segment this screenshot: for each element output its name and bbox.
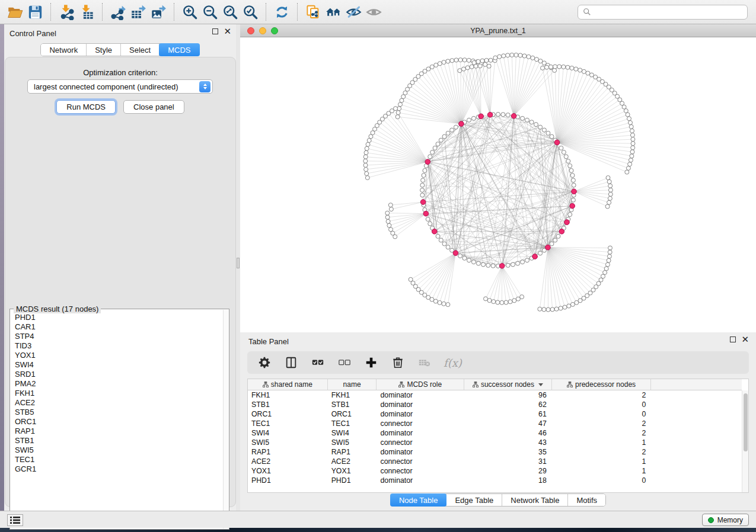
mcds-hub-node[interactable] [459,121,464,127]
column-header-predecessor-nodes[interactable]: predecessor nodes [552,379,652,390]
export-network-icon[interactable] [108,2,128,22]
table-row[interactable]: YOX1YOX1connector291 [248,466,742,476]
network-node[interactable] [570,174,575,178]
mcds-hub-node[interactable] [532,254,538,259]
network-node[interactable] [461,67,465,71]
run-mcds-button[interactable]: Run MCDS [56,100,116,114]
network-node[interactable] [535,57,539,62]
network-node[interactable] [471,116,476,120]
network-node[interactable] [467,118,471,122]
network-node[interactable] [446,303,450,307]
delete-table-icon[interactable] [417,355,432,370]
show-hidden-icon[interactable] [363,2,384,22]
network-node[interactable] [395,115,400,119]
network-node[interactable] [450,59,454,63]
network-node[interactable] [385,211,390,215]
network-node[interactable] [436,234,440,238]
function-builder-icon[interactable]: f(x) [444,357,462,369]
network-node[interactable] [582,69,586,73]
network-node[interactable] [608,250,612,254]
tab-network-table[interactable]: Network Table [502,494,568,506]
network-node[interactable] [608,196,612,200]
network-node[interactable] [367,139,371,143]
network-node[interactable] [606,176,610,180]
network-node[interactable] [629,124,633,129]
table-scrollbar-thumb[interactable] [744,393,748,451]
network-node[interactable] [538,307,542,311]
network-node[interactable] [556,234,560,238]
network-node[interactable] [439,238,443,242]
network-node[interactable] [450,128,454,132]
mcds-hub-node[interactable] [479,114,484,119]
network-node[interactable] [365,176,369,180]
network-node[interactable] [366,142,370,146]
table-row[interactable]: ACE2ACE2connector311 [248,457,742,466]
deselect-all-checkboxes-icon[interactable] [337,355,352,370]
network-node[interactable] [385,215,390,219]
network-node[interactable] [575,300,579,305]
open-session-icon[interactable] [5,2,25,22]
mcds-list-scrollbar[interactable] [223,310,228,528]
mcds-hub-node[interactable] [423,211,429,216]
network-node[interactable] [553,238,557,242]
network-node[interactable] [438,300,442,305]
network-node[interactable] [608,246,613,250]
network-node[interactable] [446,245,450,249]
hide-selected-icon[interactable] [343,2,363,22]
network-node[interactable] [458,58,462,62]
network-node[interactable] [608,184,613,188]
network-node[interactable] [624,109,628,113]
network-node[interactable] [363,155,368,159]
column-header-mcds-role[interactable]: MCDS role [377,379,464,390]
network-node[interactable] [531,56,535,60]
table-row[interactable]: TEC1TEC1connector472 [248,419,742,428]
network-node[interactable] [428,222,432,226]
network-node[interactable] [625,170,629,174]
network-node[interactable] [364,150,368,155]
network-node[interactable] [421,178,425,182]
network-node[interactable] [409,277,413,281]
network-node[interactable] [570,302,575,306]
network-node[interactable] [562,150,566,155]
network-node[interactable] [363,159,368,163]
network-node[interactable] [423,168,427,172]
mcds-hub-node[interactable] [572,189,577,194]
table-row[interactable]: SWI5SWI5connector431 [248,438,742,447]
network-node[interactable] [521,260,525,264]
network-node[interactable] [514,53,518,57]
network-node[interactable] [471,260,476,264]
mcds-result-item[interactable]: SRD1 [15,370,223,379]
column-header-name[interactable]: name [328,379,377,390]
network-node[interactable] [454,58,458,62]
search-input[interactable] [595,8,742,16]
network-node[interactable] [564,155,568,159]
mcds-result-item[interactable]: TID3 [15,341,223,351]
network-node[interactable] [481,262,486,267]
network-node[interactable] [396,111,400,115]
search-field[interactable] [578,5,748,20]
network-node[interactable] [442,242,446,246]
mcds-hub-node[interactable] [564,220,570,225]
mcds-result-item[interactable]: STB1 [15,436,223,446]
criterion-dropdown[interactable]: largest connected component (undirected) [27,79,213,94]
network-node[interactable] [489,58,493,62]
network-node[interactable] [442,134,446,139]
save-session-icon[interactable] [25,2,45,22]
network-node[interactable] [631,137,635,142]
show-all-networks-icon[interactable] [323,2,343,22]
network-node[interactable] [500,300,504,305]
mcds-hub-node[interactable] [570,203,575,209]
network-node[interactable] [388,203,393,207]
network-node[interactable] [483,62,487,66]
network-node[interactable] [496,300,500,305]
network-node[interactable] [389,207,393,211]
export-table-icon[interactable] [128,2,148,22]
create-column-icon[interactable] [363,355,379,370]
network-node[interactable] [522,54,527,58]
mcds-result-item[interactable]: TEC1 [15,455,223,464]
network-node[interactable] [462,256,467,260]
network-node[interactable] [571,198,575,202]
network-node[interactable] [364,168,368,172]
network-node[interactable] [486,263,490,267]
network-node[interactable] [559,146,563,150]
